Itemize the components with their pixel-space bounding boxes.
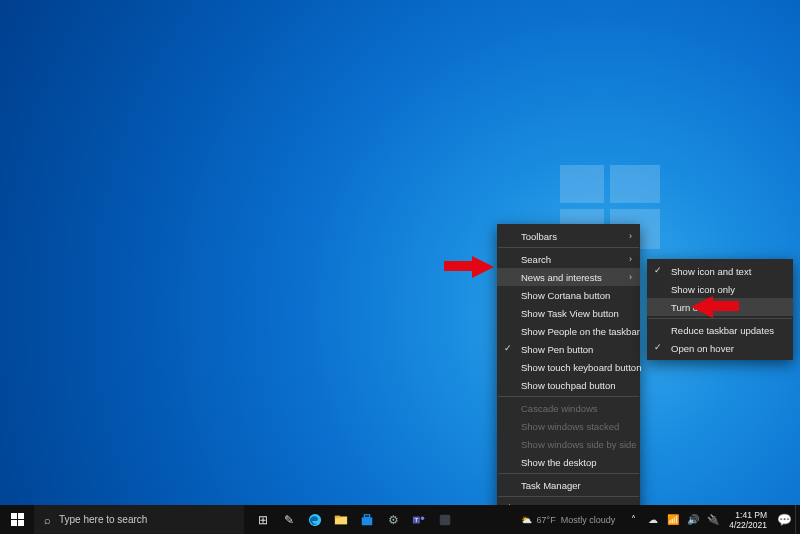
clock-time: 1:41 PM xyxy=(729,510,767,520)
action-center-button[interactable]: 💬 xyxy=(773,505,795,534)
menu-item-show-desktop[interactable]: Show the desktop xyxy=(497,453,640,471)
store-button[interactable] xyxy=(354,505,380,534)
menu-separator xyxy=(498,247,639,248)
pen-button[interactable]: ✎ xyxy=(276,505,302,534)
menu-item-side-by-side: Show windows side by side xyxy=(497,435,640,453)
taskbar-search[interactable]: ⌕ xyxy=(34,505,244,534)
svg-rect-4 xyxy=(364,514,369,517)
tray-network[interactable]: 📶 xyxy=(663,505,683,534)
taskbar-app-icons: ⊞ ✎ ⚙ T xyxy=(250,505,458,534)
app-icon xyxy=(438,513,452,527)
menu-item-label: Show Cortana button xyxy=(521,290,610,301)
menu-item-show-task-view[interactable]: Show Task View button xyxy=(497,304,640,322)
tray-onedrive[interactable]: ☁ xyxy=(643,505,663,534)
windows-logo-icon xyxy=(11,513,24,526)
search-icon: ⌕ xyxy=(44,514,51,526)
task-view-icon: ⊞ xyxy=(258,513,268,527)
folder-icon xyxy=(334,513,348,527)
menu-item-label: Show Pen button xyxy=(521,344,593,355)
menu-item-label: Show icon and text xyxy=(671,266,751,277)
menu-item-label: Cascade windows xyxy=(521,403,598,414)
menu-item-label: Open on hover xyxy=(671,343,734,354)
notification-icon: 💬 xyxy=(777,513,792,527)
wifi-icon: 📶 xyxy=(667,514,679,525)
menu-separator xyxy=(498,473,639,474)
app-button[interactable] xyxy=(432,505,458,534)
menu-item-label: Show windows stacked xyxy=(521,421,619,432)
cloud-icon: ☁ xyxy=(648,514,658,525)
menu-item-label: Task Manager xyxy=(521,480,581,491)
submenu-item-reduce-updates[interactable]: Reduce taskbar updates xyxy=(647,321,793,339)
menu-item-label: Show Task View button xyxy=(521,308,619,319)
menu-item-show-pen[interactable]: ✓ Show Pen button xyxy=(497,340,640,358)
menu-item-show-people[interactable]: Show People on the taskbar xyxy=(497,322,640,340)
menu-item-label: Show touchpad button xyxy=(521,380,616,391)
edge-button[interactable] xyxy=(302,505,328,534)
menu-item-news-and-interests[interactable]: News and interests › xyxy=(497,268,640,286)
menu-separator xyxy=(498,496,639,497)
search-input[interactable] xyxy=(59,514,219,525)
menu-separator xyxy=(648,318,792,319)
menu-item-label: Show People on the taskbar xyxy=(521,326,640,337)
menu-item-cascade: Cascade windows xyxy=(497,399,640,417)
menu-item-show-touchpad[interactable]: Show touchpad button xyxy=(497,376,640,394)
weather-text: Mostly cloudy xyxy=(561,515,616,525)
file-explorer-button[interactable] xyxy=(328,505,354,534)
menu-item-toolbars[interactable]: Toolbars › xyxy=(497,227,640,245)
tray-power[interactable]: 🔌 xyxy=(703,505,723,534)
check-icon: ✓ xyxy=(504,343,512,353)
power-icon: 🔌 xyxy=(707,514,719,525)
start-button[interactable] xyxy=(0,505,34,534)
taskbar: ⌕ ⊞ ✎ ⚙ T ⛅ 67°F Mostly cloudy ˄ ☁ 📶 🔊 🔌 xyxy=(0,505,800,534)
chevron-right-icon: › xyxy=(629,231,632,241)
check-icon: ✓ xyxy=(654,265,662,275)
svg-rect-2 xyxy=(335,515,340,518)
svg-text:T: T xyxy=(415,516,419,523)
weather-temp: 67°F xyxy=(537,515,556,525)
menu-item-label: News and interests xyxy=(521,272,602,283)
tray-volume[interactable]: 🔊 xyxy=(683,505,703,534)
menu-item-label: Show the desktop xyxy=(521,457,597,468)
menu-item-label: Show touch keyboard button xyxy=(521,362,641,373)
submenu-item-open-on-hover[interactable]: ✓ Open on hover xyxy=(647,339,793,357)
gear-icon: ⚙ xyxy=(388,513,399,527)
svg-rect-3 xyxy=(362,517,373,525)
teams-button[interactable]: T xyxy=(406,505,432,534)
settings-button[interactable]: ⚙ xyxy=(380,505,406,534)
store-icon xyxy=(360,513,374,527)
chevron-right-icon: › xyxy=(629,254,632,264)
edge-icon xyxy=(308,513,322,527)
pen-icon: ✎ xyxy=(284,513,294,527)
taskbar-clock[interactable]: 1:41 PM 4/22/2021 xyxy=(723,505,773,534)
chevron-right-icon: › xyxy=(629,272,632,282)
submenu-item-icon-and-text[interactable]: ✓ Show icon and text xyxy=(647,262,793,280)
svg-point-7 xyxy=(421,516,425,520)
weather-icon: ⛅ xyxy=(521,515,532,525)
menu-item-stacked: Show windows stacked xyxy=(497,417,640,435)
show-desktop-button[interactable] xyxy=(795,505,800,534)
menu-item-label: Search xyxy=(521,254,551,265)
volume-icon: 🔊 xyxy=(687,514,699,525)
check-icon: ✓ xyxy=(654,342,662,352)
news-interests-taskbar-widget[interactable]: ⛅ 67°F Mostly cloudy xyxy=(513,505,624,534)
menu-item-label: Toolbars xyxy=(521,231,557,242)
clock-date: 4/22/2021 xyxy=(729,520,767,530)
task-view-button[interactable]: ⊞ xyxy=(250,505,276,534)
tray-overflow-button[interactable]: ˄ xyxy=(623,505,643,534)
system-tray: ˄ ☁ 📶 🔊 🔌 xyxy=(623,505,723,534)
svg-rect-8 xyxy=(440,514,451,525)
menu-item-show-touch-keyboard[interactable]: Show touch keyboard button xyxy=(497,358,640,376)
submenu-item-icon-only[interactable]: Show icon only xyxy=(647,280,793,298)
menu-separator xyxy=(498,396,639,397)
menu-item-search[interactable]: Search › xyxy=(497,250,640,268)
menu-item-task-manager[interactable]: Task Manager xyxy=(497,476,640,494)
taskbar-context-menu: Toolbars › Search › News and interests ›… xyxy=(497,224,640,534)
menu-item-label: Show icon only xyxy=(671,284,735,295)
teams-icon: T xyxy=(412,513,426,527)
menu-item-label: Show windows side by side xyxy=(521,439,637,450)
menu-item-label: Reduce taskbar updates xyxy=(671,325,774,336)
chevron-up-icon: ˄ xyxy=(631,514,636,525)
menu-item-show-cortana[interactable]: Show Cortana button xyxy=(497,286,640,304)
